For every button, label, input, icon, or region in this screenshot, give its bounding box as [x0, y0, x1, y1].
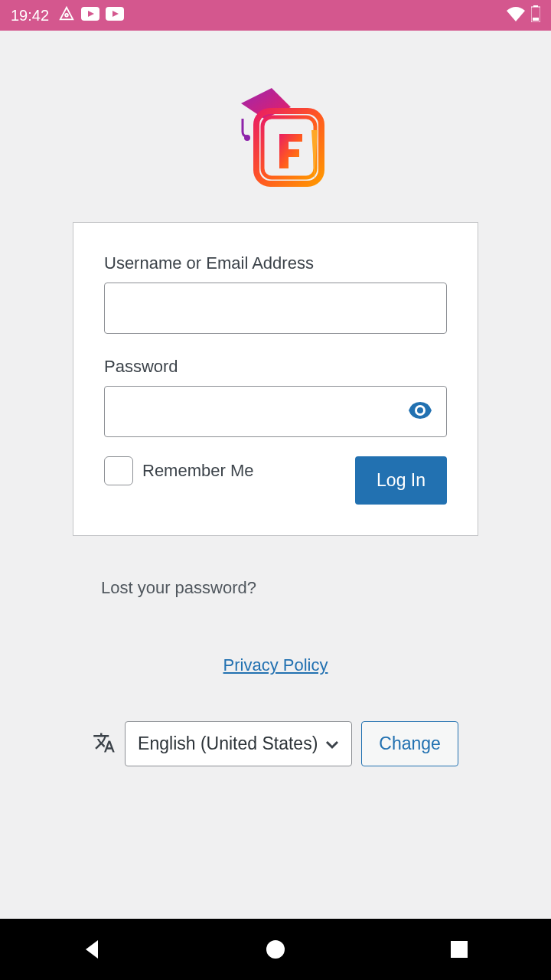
navigation-bar [0, 919, 551, 980]
translate-icon [93, 731, 116, 757]
battery-icon [531, 5, 540, 25]
remember-checkbox[interactable] [104, 456, 133, 485]
remember-label: Remember Me [142, 461, 253, 481]
privacy-policy-link[interactable]: Privacy Policy [0, 655, 551, 675]
username-input[interactable] [104, 283, 447, 334]
password-input[interactable] [104, 386, 447, 437]
svg-rect-10 [451, 941, 468, 958]
nav-back-button[interactable] [80, 937, 104, 962]
youtube-icon [81, 7, 99, 24]
nav-recent-button[interactable] [447, 937, 471, 962]
svg-rect-5 [533, 18, 539, 21]
svg-point-0 [65, 14, 68, 17]
username-label: Username or Email Address [104, 253, 447, 273]
login-card: Username or Email Address Password Remem… [73, 222, 478, 536]
status-bar: 19:42 [0, 0, 551, 31]
language-selected: English (United States) [138, 733, 318, 754]
login-button[interactable]: Log In [355, 456, 447, 505]
wifi-icon [507, 6, 525, 24]
app-logo [0, 77, 551, 191]
language-select[interactable]: English (United States) [125, 721, 352, 766]
show-password-icon[interactable] [405, 398, 435, 426]
lost-password-link[interactable]: Lost your password? [101, 578, 256, 598]
svg-rect-7 [256, 111, 321, 184]
nav-home-button[interactable] [263, 937, 288, 962]
svg-rect-8 [262, 117, 315, 178]
app-icon [58, 5, 75, 25]
status-time: 19:42 [11, 7, 49, 24]
svg-point-9 [266, 940, 285, 959]
chevron-down-icon [325, 733, 339, 754]
youtube-icon [106, 7, 124, 24]
change-language-button[interactable]: Change [361, 721, 458, 766]
svg-point-6 [244, 135, 250, 141]
password-label: Password [104, 357, 447, 377]
